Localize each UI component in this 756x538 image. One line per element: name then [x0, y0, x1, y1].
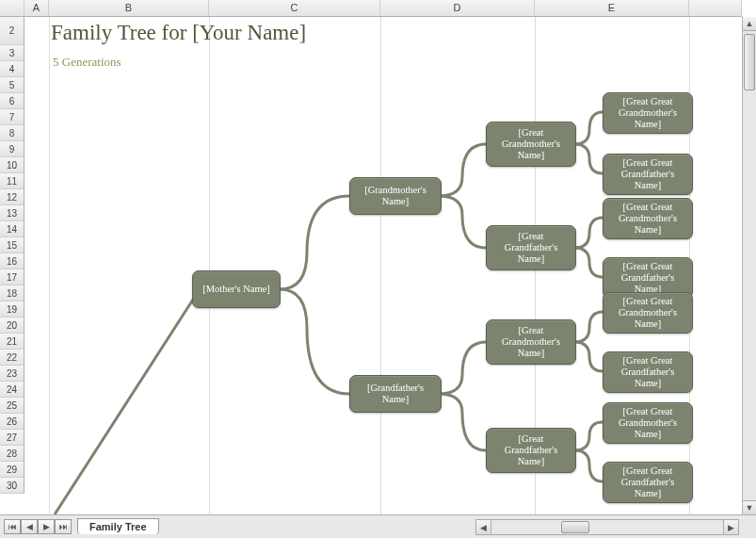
row-header-6[interactable]: 6 — [0, 93, 24, 109]
node-great-great-grandmother-1[interactable]: [Great Great Grandmother's Name] — [603, 92, 693, 134]
row-header-23[interactable]: 23 — [0, 366, 24, 382]
row-header-7[interactable]: 7 — [0, 109, 24, 125]
row-header-5[interactable]: 5 — [0, 77, 24, 93]
row-header-19[interactable]: 19 — [0, 302, 24, 318]
col-header-blank[interactable] — [689, 0, 742, 16]
node-mother[interactable]: [Mother's Name] — [192, 270, 281, 308]
scroll-left-icon[interactable]: ◀ — [476, 520, 491, 534]
row-header-25[interactable]: 25 — [0, 398, 24, 414]
sheet-tab-bar: ⏮ ◀ ▶ ⏭ Family Tree ◀ ▶ — [0, 514, 756, 538]
node-great-grandfather-2[interactable]: [Great Grandfather's Name] — [486, 428, 576, 473]
row-header-18[interactable]: 18 — [0, 285, 24, 302]
row-header-15[interactable]: 15 — [0, 237, 24, 253]
sheet-nav-last-icon[interactable]: ⏭ — [55, 519, 72, 534]
scroll-up-icon[interactable]: ▲ — [743, 17, 756, 31]
node-great-great-grandfather-1[interactable]: [Great Great Grandfather's Name] — [603, 154, 693, 195]
col-header-C[interactable]: C — [209, 0, 380, 16]
column-headers: A B C D E — [0, 0, 742, 17]
row-header-8[interactable]: 8 — [0, 125, 24, 141]
row-header-24[interactable]: 24 — [0, 382, 24, 398]
node-grandfather[interactable]: [Grandfather's Name] — [349, 375, 442, 413]
node-great-grandmother-2[interactable]: [Great Grandmother's Name] — [486, 319, 576, 365]
hscroll-track[interactable] — [491, 520, 723, 534]
row-header-13[interactable]: 13 — [0, 205, 24, 221]
family-tree-diagram: [Mother's Name] [Grandmother's Name] [Gr… — [24, 17, 742, 514]
node-great-great-grandmother-3[interactable]: [Great Great Grandmother's Name] — [603, 292, 693, 334]
row-header-26[interactable]: 26 — [0, 414, 24, 430]
hscroll-thumb[interactable] — [561, 521, 589, 533]
row-header-29[interactable]: 29 — [0, 462, 24, 478]
scroll-right-icon[interactable]: ▶ — [723, 520, 738, 534]
spreadsheet-window: A B C D E 2 3 4 5 6 7 8 9 10 11 12 13 14… — [0, 0, 756, 538]
row-header-9[interactable]: 9 — [0, 141, 24, 157]
node-grandmother[interactable]: [Grandmother's Name] — [349, 177, 442, 215]
sheet-tab-family-tree[interactable]: Family Tree — [77, 518, 159, 534]
row-header-20[interactable]: 20 — [0, 318, 24, 334]
row-header-10[interactable]: 10 — [0, 157, 24, 173]
sheet-nav-next-icon[interactable]: ▶ — [38, 519, 55, 534]
node-great-great-grandmother-2[interactable]: [Great Great Grandmother's Name] — [603, 198, 693, 239]
row-header-17[interactable]: 17 — [0, 269, 24, 285]
vertical-scrollbar[interactable]: ▲ ▼ — [742, 17, 756, 514]
node-great-great-grandfather-4[interactable]: [Great Great Grandfather's Name] — [603, 462, 693, 503]
worksheet-canvas[interactable]: Family Tree for [Your Name] 5 Generation… — [24, 17, 742, 514]
row-header-4[interactable]: 4 — [0, 61, 24, 77]
sheet-nav-buttons: ⏮ ◀ ▶ ⏭ — [4, 519, 72, 534]
node-great-great-grandfather-3[interactable]: [Great Great Grandfather's Name] — [603, 351, 693, 393]
row-header-12[interactable]: 12 — [0, 189, 24, 205]
node-great-great-grandmother-4[interactable]: [Great Great Grandmother's Name] — [603, 402, 693, 444]
row-header-3[interactable]: 3 — [0, 45, 24, 61]
select-all-cell[interactable] — [0, 0, 24, 16]
sheet-nav-prev-icon[interactable]: ◀ — [21, 519, 38, 534]
row-header-11[interactable]: 11 — [0, 173, 24, 189]
vscroll-thumb[interactable] — [744, 34, 755, 90]
row-header-27[interactable]: 27 — [0, 430, 24, 446]
col-header-B[interactable]: B — [49, 0, 209, 16]
row-headers: 2 3 4 5 6 7 8 9 10 11 12 13 14 15 16 17 … — [0, 17, 24, 494]
row-header-21[interactable]: 21 — [0, 334, 24, 350]
row-header-16[interactable]: 16 — [0, 253, 24, 269]
col-header-A[interactable]: A — [24, 0, 49, 16]
node-great-grandfather-1[interactable]: [Great Grandfather's Name] — [486, 225, 576, 270]
horizontal-scrollbar[interactable]: ◀ ▶ — [475, 519, 739, 535]
row-header-22[interactable]: 22 — [0, 350, 24, 366]
col-header-D[interactable]: D — [380, 0, 535, 16]
row-header-30[interactable]: 30 — [0, 478, 24, 494]
row-header-28[interactable]: 28 — [0, 446, 24, 462]
row-header-2[interactable]: 2 — [0, 17, 24, 45]
node-great-grandmother-1[interactable]: [Great Grandmother's Name] — [486, 122, 576, 167]
col-header-E[interactable]: E — [535, 0, 689, 16]
row-header-14[interactable]: 14 — [0, 221, 24, 237]
scroll-down-icon[interactable]: ▼ — [743, 500, 756, 514]
sheet-nav-first-icon[interactable]: ⏮ — [4, 519, 21, 534]
